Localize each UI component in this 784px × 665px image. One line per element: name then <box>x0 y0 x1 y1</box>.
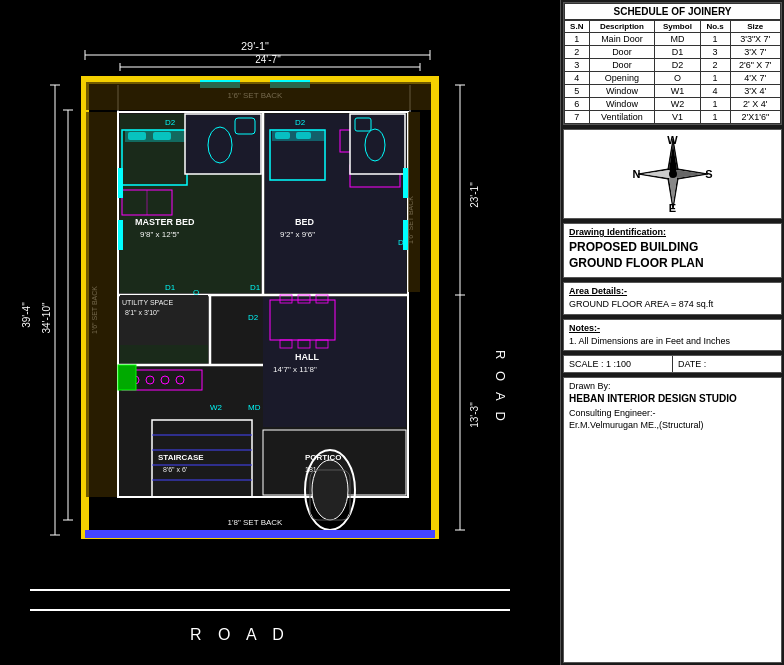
dim-inner-width: 24'-7" <box>255 54 281 65</box>
col-size: Size <box>730 21 780 33</box>
col-nos: No.s <box>700 21 730 33</box>
table-row: 4OpeningO14'X 7' <box>565 72 781 85</box>
svg-rect-53 <box>275 132 290 139</box>
right-panel: SCHEDULE OF JOINERY S.N Description Symb… <box>560 0 784 665</box>
col-sn: S.N <box>565 21 590 33</box>
o-label: O <box>193 288 199 297</box>
notes-content: 1. All Dimensions are in Feet and Inches <box>569 335 776 348</box>
svg-rect-89 <box>86 82 431 110</box>
dim-right-lower: 13'-3" <box>469 402 480 428</box>
staircase-label: STAIRCASE <box>158 453 204 462</box>
schedule-container: SCHEDULE OF JOINERY S.N Description Symb… <box>563 2 782 125</box>
table-row: 7VentilationV112'X1'6" <box>565 111 781 124</box>
road-label-bottom: R O A D <box>190 626 290 643</box>
svg-text:8'1" x 3'10": 8'1" x 3'10" <box>125 309 160 316</box>
notes-section: Notes:- 1. All Dimensions are in Feet an… <box>563 319 782 352</box>
svg-rect-48 <box>153 132 171 140</box>
drawn-by-section: Drawn By: HEBAN INTERIOR DESIGN STUDIO C… <box>563 377 782 663</box>
d2-label-1: D2 <box>165 118 176 127</box>
area-label: Area Details:- <box>569 286 776 296</box>
notes-label: Notes:- <box>569 323 776 333</box>
svg-rect-76 <box>118 168 123 198</box>
scale-date-row: SCALE : 1 :100 DATE : <box>563 355 782 373</box>
portico-label: PORTICO <box>305 453 341 462</box>
drawing-id-title: PROPOSED BUILDING GROUND FLOOR PLAN <box>569 240 776 271</box>
drawing-id-label: Drawing Identification: <box>569 227 776 237</box>
col-symbol: Symbol <box>655 21 700 33</box>
drawing-id-section: Drawing Identification: PROPOSED BUILDIN… <box>563 223 782 278</box>
table-row: 3DoorD222'6" X 7' <box>565 59 781 72</box>
d1-label-1: D1 <box>250 283 261 292</box>
svg-rect-87 <box>86 112 117 497</box>
dim-total-height: 39'-4" <box>21 302 32 328</box>
area-details-section: Area Details:- GROUND FLOOR AREA = 874 s… <box>563 282 782 315</box>
compass: W E S N <box>633 134 713 214</box>
svg-rect-73 <box>350 114 405 174</box>
svg-rect-54 <box>296 132 311 139</box>
svg-rect-78 <box>403 168 408 198</box>
area-content: GROUND FLOOR AREA = 874 sq.ft <box>569 298 776 311</box>
d1-label-2: D1 <box>165 283 176 292</box>
svg-rect-47 <box>128 132 146 140</box>
engineer-name: Er.M.Velmurugan ME.,(Structural) <box>569 420 776 430</box>
d2-label-2: D2 <box>295 118 306 127</box>
svg-point-43 <box>312 460 348 520</box>
date-cell: DATE : <box>673 356 781 372</box>
svg-text:9'2" x 9'6": 9'2" x 9'6" <box>280 230 315 239</box>
d2-hall: D2 <box>248 313 259 322</box>
setback-bottom: 1'8" SET BACK <box>228 518 284 527</box>
utility-label: UTILITY SPACE <box>122 299 173 306</box>
master-bed-label: MASTER BED <box>135 217 195 227</box>
svg-text:14'7" x 11'8": 14'7" x 11'8" <box>273 365 317 374</box>
w2-label: W2 <box>210 403 223 412</box>
svg-text:8'6" x 6': 8'6" x 6' <box>163 466 187 473</box>
main-container: R O A D R O A D 29'-1" 24'-7" 39'-4" <box>0 0 784 665</box>
schedule-title: SCHEDULE OF JOINERY <box>564 3 781 20</box>
svg-rect-77 <box>118 220 123 250</box>
dim-right-upper: 23'-1" <box>469 182 480 208</box>
company-name: HEBAN INTERIOR DESIGN STUDIO <box>569 393 776 404</box>
svg-rect-88 <box>408 112 420 292</box>
schedule-table: S.N Description Symbol No.s Size 1Main D… <box>564 20 781 124</box>
consulting-label: Consulting Engineer:- <box>569 408 776 418</box>
hall-label: HALL <box>295 352 319 362</box>
road-label-right: R O A D <box>493 350 508 425</box>
svg-point-96 <box>669 170 677 178</box>
table-row: 2DoorD133'X 7' <box>565 46 781 59</box>
col-desc: Description <box>589 21 655 33</box>
bed-label: BED <box>295 217 315 227</box>
svg-rect-79 <box>403 220 408 250</box>
table-row: 1Main DoorMD13'3"X 7' <box>565 33 781 46</box>
floor-plan-svg: R O A D R O A D 29'-1" 24'-7" 39'-4" <box>0 0 560 665</box>
dim-inner-height: 34'-10" <box>41 302 52 333</box>
svg-text:9'8" x 12'5": 9'8" x 12'5" <box>140 230 180 239</box>
svg-rect-82 <box>85 530 435 538</box>
md-label: MD <box>248 403 261 412</box>
dim-total-width: 29'-1" <box>241 40 269 52</box>
svg-rect-62 <box>118 365 136 390</box>
scale-cell: SCALE : 1 :100 <box>564 356 673 372</box>
svg-rect-70 <box>185 114 261 174</box>
drawn-by-label: Drawn By: <box>569 381 776 391</box>
floor-plan-area: R O A D R O A D 29'-1" 24'-7" 39'-4" <box>0 0 560 665</box>
table-row: 5WindowW143'X 4' <box>565 85 781 98</box>
table-row: 6WindowW212' X 4' <box>565 98 781 111</box>
compass-area: W E S N <box>563 129 782 219</box>
